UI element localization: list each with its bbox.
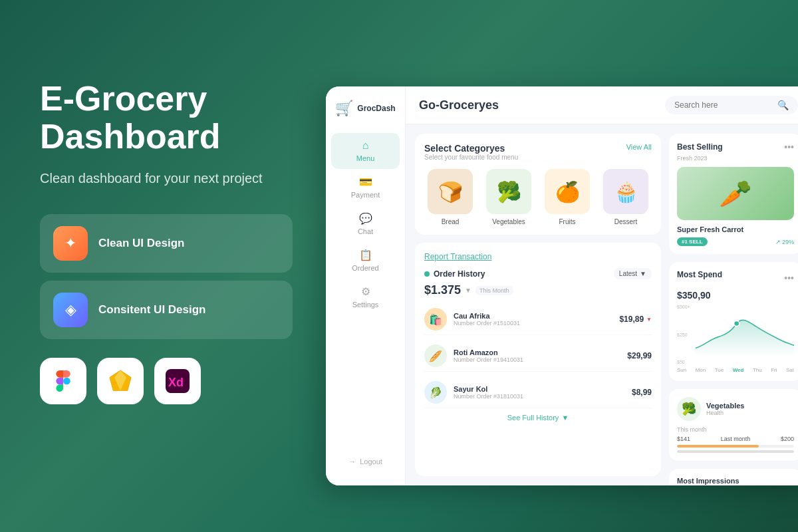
- left-panel: E-Grocery Dashboard Clean dashboard for …: [40, 80, 293, 404]
- svg-point-4: [734, 321, 739, 326]
- best-selling-subtitle: Fresh 2023: [677, 155, 794, 162]
- table-row: 🛍️ Cau Afrika Number Order #1510031 $19,…: [424, 304, 652, 335]
- see-full-history[interactable]: See Full History ▼: [424, 414, 652, 422]
- most-spend-menu[interactable]: •••: [784, 273, 794, 283]
- sidebar-item-ordered[interactable]: 📋 Ordered: [326, 242, 405, 279]
- x-label-sat: Sat: [786, 367, 794, 373]
- y-label-0: $500+: [677, 305, 690, 309]
- most-spend-section: Most Spend ••• $350,90 $500+ $250 $50: [669, 262, 798, 381]
- order-header: Order History Latest ▼: [424, 268, 652, 279]
- chat-icon: 💬: [359, 212, 372, 225]
- chart-svg: [696, 305, 794, 364]
- fruit-label: Fruits: [559, 218, 576, 225]
- veg-this-month-label: This month: [677, 426, 794, 433]
- order-filter[interactable]: Latest ▼: [614, 268, 652, 279]
- sidebar-payment-label: Payment: [351, 191, 380, 199]
- sidebar-chat-label: Chat: [358, 227, 373, 235]
- feature-card-clean: ✦ Clean UI Design: [40, 214, 293, 273]
- logo-text: GrocDash: [357, 104, 395, 113]
- search-icon: 🔍: [777, 100, 789, 110]
- order-history-title: Order History: [434, 269, 485, 279]
- search-bar[interactable]: 🔍: [665, 96, 798, 114]
- logout-button[interactable]: → Logout: [342, 451, 389, 472]
- transaction-section: Report Transaction Order History Latest …: [415, 243, 661, 476]
- clean-ui-icon: ✦: [53, 226, 88, 261]
- veg-health-name: Vegetables: [706, 402, 794, 410]
- most-spend-title: Most Spend: [677, 270, 722, 279]
- order-amount: $1.375 ▼ This Month: [424, 283, 652, 297]
- dashboard-window: 🛒 GrocDash ⌂ Menu 💳 Payment 💬 Chat 📋 Ord…: [326, 86, 798, 485]
- order-avatar-1: 🥖: [424, 344, 447, 367]
- sidebar: 🛒 GrocDash ⌂ Menu 💳 Payment 💬 Chat 📋 Ord…: [326, 86, 406, 485]
- logout-icon: →: [348, 458, 356, 466]
- right-col: Best Selling ••• Fresh 2023 🥕 Super Fres…: [669, 134, 798, 476]
- report-link[interactable]: Report Transaction: [424, 252, 652, 261]
- order-dot: [424, 271, 430, 277]
- menu-icon: ⌂: [362, 140, 369, 152]
- payment-icon: 💳: [359, 176, 372, 188]
- x-label-mon: Mon: [696, 367, 706, 373]
- categories-title: Select Categoryes: [424, 143, 518, 154]
- sidebar-item-chat[interactable]: 💬 Chat: [326, 205, 405, 242]
- chart-area: $500+ $250 $50: [677, 305, 794, 364]
- categories-section: Select Categoryes Select your favourite …: [415, 134, 661, 235]
- best-selling-menu[interactable]: •••: [784, 142, 794, 152]
- order-avatar-2: 🥬: [424, 381, 447, 404]
- amount-value: $1.375: [424, 283, 461, 297]
- order-id-0: Number Order #1510031: [454, 320, 612, 327]
- trend-arrow: ↗: [775, 239, 781, 245]
- y-label-1: $250: [677, 332, 690, 337]
- bread-label: Bread: [442, 218, 460, 225]
- this-month-fill: [677, 445, 759, 448]
- tool-icons-row: Xd: [40, 358, 293, 404]
- categories-grid: 🍞 Bread 🥦 Vegetables 🍊 Fruits 🧁: [424, 169, 652, 225]
- sidebar-item-menu[interactable]: ⌂ Menu: [331, 133, 400, 169]
- see-full-label: See Full History: [507, 414, 559, 422]
- order-info-2: Sayur Kol Number Order #31810031: [454, 385, 625, 400]
- amount-period: This Month: [475, 286, 513, 295]
- filter-label: Latest: [619, 270, 637, 277]
- see-full-arrow: ▼: [561, 414, 569, 422]
- main-content: Go-Groceryes 🔍 Select Categoryes Select …: [406, 86, 798, 485]
- main-subtitle: Clean dashboard for your next project: [40, 169, 293, 188]
- main-heading: E-Grocery Dashboard: [40, 80, 293, 156]
- sidebar-item-settings[interactable]: ⚙ Settings: [326, 279, 405, 315]
- veg-health-icon: 🥦: [677, 397, 701, 421]
- category-vegetables[interactable]: 🥦 Vegetables: [483, 169, 535, 225]
- best-selling-section: Best Selling ••• Fresh 2023 🥕 Super Fres…: [669, 134, 798, 254]
- fruit-image: 🍊: [545, 169, 590, 214]
- impressions-title: Most Impressions: [677, 477, 794, 485]
- categories-header: Select Categoryes Select your favourite …: [424, 143, 652, 161]
- price-down-0: ▼: [646, 317, 652, 323]
- sidebar-menu-label: Menu: [356, 154, 375, 162]
- trend-badge: ↗ 29%: [775, 239, 794, 245]
- settings-icon: ⚙: [361, 285, 370, 298]
- xd-icon: Xd: [154, 358, 201, 404]
- category-bread[interactable]: 🍞 Bread: [424, 169, 476, 225]
- dessert-image: 🧁: [603, 169, 648, 214]
- category-dessert[interactable]: 🧁 Dessert: [600, 169, 652, 225]
- sidebar-settings-label: Settings: [352, 301, 379, 309]
- x-label-tue: Tue: [715, 367, 724, 373]
- chart-y-labels: $500+ $250 $50: [677, 305, 690, 364]
- product-image: 🥕: [677, 167, 794, 220]
- chart-x-labels: Sun Mon Tue Wed Thu Fri Sat: [677, 367, 794, 373]
- feature-card-consistent: ◈ Consitent UI Design: [40, 281, 293, 339]
- consistent-ui-label: Consitent UI Design: [98, 303, 206, 317]
- sidebar-nav: ⌂ Menu 💳 Payment 💬 Chat 📋 Ordered ⚙ Sett…: [326, 133, 405, 315]
- order-title-row: Order History: [424, 269, 485, 279]
- content-area: Select Categoryes Select your favourite …: [406, 124, 798, 485]
- category-fruits[interactable]: 🍊 Fruits: [541, 169, 593, 225]
- order-info-0: Cau Afrika Number Order #1510031: [454, 312, 612, 327]
- search-input[interactable]: [674, 100, 772, 110]
- order-name-2: Sayur Kol: [454, 385, 625, 393]
- last-month-fill: [677, 450, 794, 453]
- logo-icon: 🛒: [335, 100, 353, 117]
- bread-image: 🍞: [428, 169, 473, 214]
- last-month-progress: [677, 450, 794, 453]
- view-all-button[interactable]: View All: [626, 143, 652, 151]
- sidebar-item-payment[interactable]: 💳 Payment: [326, 169, 405, 205]
- peak-value: $350,90: [677, 290, 794, 301]
- table-row: 🥬 Sayur Kol Number Order #31810031 $8,99: [424, 377, 652, 408]
- trend-value: 29%: [782, 239, 794, 245]
